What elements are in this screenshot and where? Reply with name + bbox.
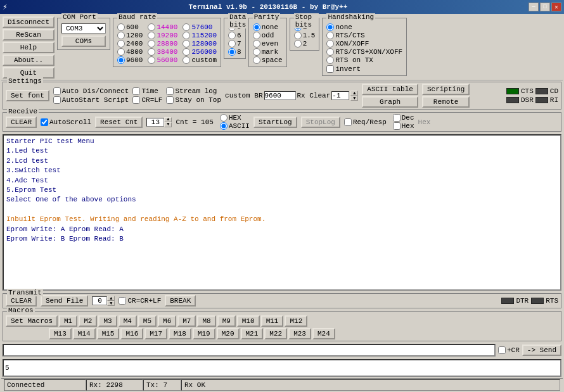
req-resp-checkbox[interactable]	[344, 118, 352, 126]
baud-57600[interactable]	[183, 23, 190, 31]
command-area[interactable]: 5	[3, 359, 561, 377]
m8-button[interactable]: M8	[197, 315, 215, 327]
baud-1200[interactable]	[117, 32, 125, 39]
send-button[interactable]: -> Send	[522, 345, 561, 356]
close-button[interactable]: ✕	[551, 3, 561, 11]
ascii-table-button[interactable]: ASCII table	[362, 84, 418, 95]
m21-button[interactable]: M21	[241, 328, 264, 339]
m2-button[interactable]: M2	[79, 315, 97, 327]
m18-button[interactable]: M18	[169, 328, 191, 339]
baud-4800[interactable]	[117, 48, 125, 56]
hex-radio[interactable]	[220, 114, 228, 122]
m5-button[interactable]: M5	[138, 315, 157, 327]
coms-button[interactable]: COMs	[61, 35, 106, 47]
m23-button[interactable]: M23	[288, 328, 311, 339]
maximize-button[interactable]: □	[540, 3, 550, 11]
hand-none[interactable]	[326, 23, 334, 31]
minimize-button[interactable]: —	[529, 3, 539, 11]
baud-38400[interactable]	[148, 48, 155, 56]
dbits-6[interactable]	[228, 32, 236, 39]
hand-rts-tx[interactable]	[326, 56, 334, 64]
set-macros-button[interactable]: Set Macros	[6, 315, 58, 327]
main-input-field[interactable]	[3, 344, 496, 357]
custom-br-input[interactable]: 9600	[264, 91, 296, 100]
cr-cr-lf-checkbox[interactable]	[119, 297, 126, 305]
m1-button[interactable]: M1	[59, 315, 77, 327]
send-file-button[interactable]: Send File	[41, 295, 88, 307]
sbits-15[interactable]	[294, 32, 302, 39]
m22-button[interactable]: M22	[264, 328, 287, 339]
baud-14400[interactable]	[148, 23, 155, 31]
parity-mark[interactable]	[253, 48, 260, 56]
cr-lf-cb[interactable]	[132, 96, 140, 104]
bin-checkbox[interactable]	[393, 122, 401, 130]
set-font-button[interactable]: Set font	[6, 90, 49, 101]
m7-button[interactable]: M7	[177, 315, 196, 327]
m9-button[interactable]: M9	[217, 315, 236, 327]
hand-xon[interactable]	[326, 40, 334, 47]
com-port-select[interactable]: COM3 COM1 COM2	[61, 23, 106, 34]
sbits-2[interactable]	[294, 40, 302, 47]
m20-button[interactable]: M20	[217, 328, 240, 339]
baud-256000[interactable]	[183, 48, 190, 56]
transmit-value-input[interactable]	[92, 296, 107, 305]
line-num-down[interactable]: ▼	[164, 122, 172, 127]
disconnect-button[interactable]: Disconnect	[3, 16, 54, 28]
hand-rtscts[interactable]	[326, 32, 334, 39]
m16-button[interactable]: M16	[120, 328, 143, 339]
m3-button[interactable]: M3	[98, 315, 117, 327]
hand-rtscts-xon[interactable]	[326, 48, 334, 56]
parity-odd[interactable]	[253, 32, 260, 39]
baud-115200[interactable]	[183, 32, 190, 39]
remote-button[interactable]: Remote	[422, 96, 470, 108]
m4-button[interactable]: M4	[119, 315, 137, 327]
line-num-input[interactable]	[146, 118, 164, 127]
m12-button[interactable]: M12	[285, 315, 307, 327]
help-button[interactable]: Help	[3, 42, 54, 53]
stay-on-top-cb[interactable]	[166, 96, 174, 104]
m17-button[interactable]: M17	[144, 328, 167, 339]
m6-button[interactable]: M6	[158, 315, 176, 327]
break-button[interactable]: BREAK	[165, 295, 196, 307]
baud-19200[interactable]	[148, 32, 155, 39]
m11-button[interactable]: M11	[261, 315, 284, 327]
about-button[interactable]: About..	[3, 54, 54, 66]
stream-log-cb[interactable]	[166, 87, 174, 95]
start-log-button[interactable]: StartLog	[253, 117, 297, 128]
m19-button[interactable]: M19	[193, 328, 215, 339]
baud-56000[interactable]	[148, 56, 155, 64]
receive-clear-button[interactable]: CLEAR	[6, 117, 37, 128]
dbits-8[interactable]	[228, 48, 236, 56]
rx-clear-input[interactable]	[331, 91, 349, 100]
m13-button[interactable]: M13	[49, 328, 72, 339]
baud-9600[interactable]	[117, 56, 125, 64]
time-cb[interactable]	[132, 87, 140, 95]
transmit-clear-button[interactable]: CLEAR	[6, 295, 37, 307]
parity-none[interactable]	[253, 23, 260, 31]
cr-checkbox[interactable]	[498, 346, 506, 354]
baud-600[interactable]	[117, 23, 125, 31]
m14-button[interactable]: M14	[73, 328, 96, 339]
dbits-7[interactable]	[228, 40, 236, 47]
parity-even[interactable]	[253, 40, 260, 47]
baud-custom[interactable]	[183, 56, 190, 64]
dec-checkbox[interactable]	[393, 114, 401, 122]
baud-128000[interactable]	[183, 40, 190, 47]
baud-2400[interactable]	[117, 40, 125, 47]
terminal-area[interactable]: Starter PIC test Menu 1.Led test 2.Lcd t…	[3, 134, 561, 291]
invert-checkbox[interactable]	[326, 65, 334, 73]
baud-28800[interactable]	[148, 40, 155, 47]
auto-dis-connect-cb[interactable]	[53, 87, 61, 95]
graph-button[interactable]: Graph	[362, 96, 418, 108]
rx-clear-up[interactable]: ▲	[350, 91, 358, 96]
autoscroll-checkbox[interactable]	[41, 118, 48, 126]
reset-cnt-button[interactable]: Reset Cnt	[95, 117, 143, 128]
parity-space[interactable]	[253, 56, 260, 64]
transmit-down[interactable]: ▼	[107, 301, 115, 306]
rx-clear-down[interactable]: ▼	[350, 96, 358, 101]
ascii-radio[interactable]	[220, 122, 228, 130]
m15-button[interactable]: M15	[97, 328, 120, 339]
scripting-button[interactable]: Scripting	[422, 84, 470, 95]
rescan-button[interactable]: ReScan	[3, 29, 54, 41]
m10-button[interactable]: M10	[237, 315, 260, 327]
